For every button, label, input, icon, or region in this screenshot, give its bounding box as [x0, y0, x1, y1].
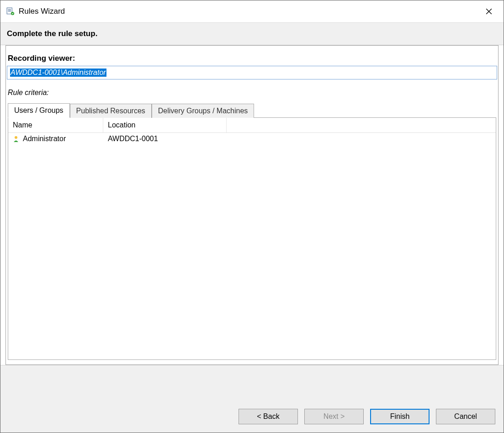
cell-name: Administrator — [8, 135, 103, 143]
recording-viewer-value: AWDDC1-0001\Administrator — [10, 69, 106, 77]
back-button[interactable]: < Back — [239, 409, 298, 424]
tab-delivery-groups[interactable]: Delivery Groups / Machines — [152, 104, 255, 118]
wizard-body: Recording viewer: AWDDC1-0001\Administra… — [0, 45, 504, 433]
table-row[interactable]: Administrator AWDDC1-0001 — [8, 133, 496, 145]
table-header: Name Location — [8, 118, 496, 133]
wizard-step-title: Complete the rule setup. — [7, 29, 97, 38]
wizard-step-header: Complete the rule setup. — [0, 23, 504, 45]
tab-label: Published Resources — [76, 107, 145, 115]
button-row: < Back Next > Finish Cancel — [0, 401, 504, 433]
column-location[interactable]: Location — [103, 118, 227, 132]
window-title: Rules Wizard — [19, 7, 479, 16]
rules-wizard-window: Rules Wizard Complete the rule setup. Re… — [0, 0, 504, 433]
rule-criteria-label: Rule criteria: — [7, 89, 497, 103]
app-icon — [6, 7, 15, 16]
titlebar: Rules Wizard — [0, 0, 504, 23]
next-button: Next > — [304, 409, 364, 424]
criteria-table: Name Location Administrator — [8, 117, 496, 360]
footer-spacer — [0, 365, 504, 401]
close-icon — [486, 8, 492, 15]
tab-published-resources[interactable]: Published Resources — [70, 104, 152, 118]
cell-location: AWDDC1-0001 — [103, 135, 227, 143]
tab-users-groups[interactable]: Users / Groups — [8, 103, 70, 118]
content-panel: Recording viewer: AWDDC1-0001\Administra… — [5, 45, 499, 365]
recording-viewer-label: Recording viewer: — [7, 54, 497, 66]
close-button[interactable] — [479, 4, 499, 19]
column-name[interactable]: Name — [8, 118, 103, 132]
recording-viewer-input[interactable]: AWDDC1-0001\Administrator — [7, 66, 497, 79]
row-name: Administrator — [23, 135, 66, 143]
cancel-button[interactable]: Cancel — [436, 409, 495, 424]
finish-button[interactable]: Finish — [370, 409, 430, 424]
table-body: Administrator AWDDC1-0001 — [8, 133, 496, 145]
svg-point-7 — [15, 136, 17, 139]
tab-label: Users / Groups — [14, 106, 64, 114]
criteria-tabs: Users / Groups Published Resources Deliv… — [8, 103, 497, 117]
wizard-footer: < Back Next > Finish Cancel — [0, 365, 504, 433]
user-icon — [12, 135, 20, 143]
row-location: AWDDC1-0001 — [108, 135, 158, 143]
tab-label: Delivery Groups / Machines — [158, 107, 248, 115]
